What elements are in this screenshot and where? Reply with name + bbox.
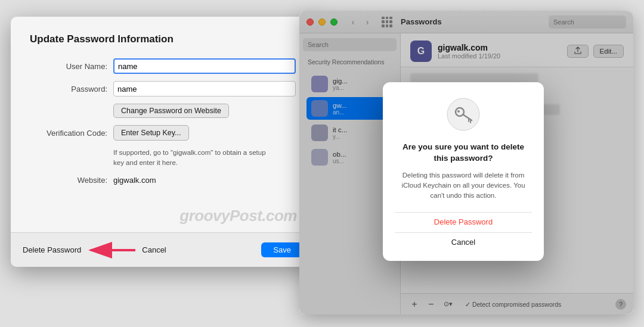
panel-title: Update Password Information bbox=[30, 33, 296, 45]
enter-setup-key-button[interactable]: Enter Setup Key... bbox=[113, 125, 189, 141]
cancel-button[interactable]: Cancel bbox=[142, 245, 166, 254]
passwords-app-window: ‹ › Passwords Security Recommendations g… bbox=[299, 11, 633, 314]
watermark: groovyPost.com bbox=[179, 207, 297, 225]
key-icon bbox=[445, 96, 481, 132]
arrow-indicator bbox=[85, 242, 138, 259]
confirm-delete-button[interactable]: Delete Password bbox=[395, 212, 532, 231]
website-value: gigwalk.com bbox=[113, 176, 156, 185]
confirm-dialog-title: Are you sure you want to delete this pas… bbox=[395, 142, 532, 164]
verification-label: Verification Code: bbox=[30, 129, 107, 138]
confirm-delete-dialog: Are you sure you want to delete this pas… bbox=[383, 82, 544, 261]
bottom-bar: Delete Password Cancel Save bbox=[11, 232, 315, 267]
username-label: User Name: bbox=[30, 62, 107, 71]
save-button[interactable]: Save bbox=[261, 242, 303, 257]
change-password-website-button[interactable]: Change Password on Website bbox=[113, 104, 229, 118]
setup-hint: If supported, go to "gigwalk.com" to obt… bbox=[113, 148, 296, 169]
arrow-svg bbox=[85, 242, 138, 259]
username-row: User Name: bbox=[30, 58, 296, 74]
password-input[interactable] bbox=[113, 81, 296, 96]
website-label: Website: bbox=[30, 176, 107, 185]
password-label: Password: bbox=[30, 85, 107, 94]
update-password-panel: Update Password Information User Name: P… bbox=[11, 17, 315, 267]
website-row: Website: gigwalk.com bbox=[30, 176, 296, 185]
verification-row: Verification Code: Enter Setup Key... bbox=[30, 125, 296, 141]
username-input[interactable] bbox=[113, 58, 296, 74]
confirm-cancel-button[interactable]: Cancel bbox=[395, 232, 532, 251]
delete-password-button[interactable]: Delete Password bbox=[23, 245, 81, 254]
password-row: Password: bbox=[30, 81, 296, 96]
svg-point-7 bbox=[457, 110, 460, 113]
confirm-dialog-body: Deleting this password will delete it fr… bbox=[395, 170, 532, 201]
